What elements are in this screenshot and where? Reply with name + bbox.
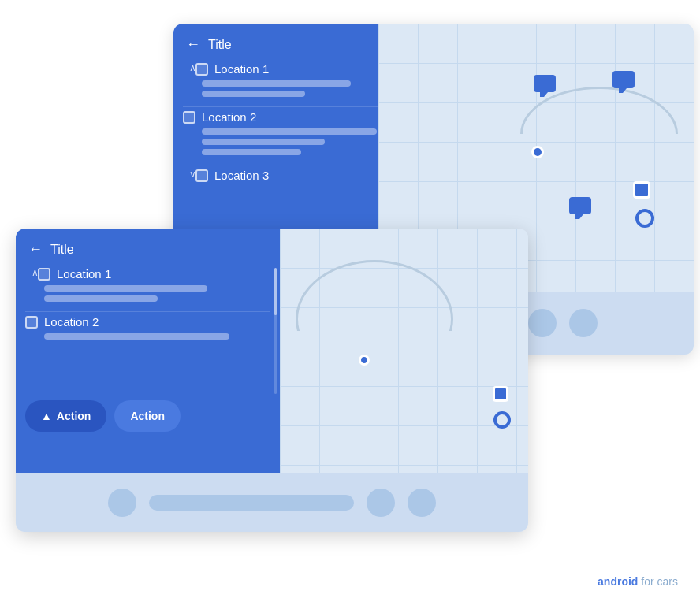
list-item[interactable]: ∨ Location 3 <box>183 169 400 182</box>
back-list-items: ∧ Location 1 Location 2 <box>173 62 410 182</box>
front-panel: ← Title ∧ Location 1 <box>16 229 528 532</box>
item-checkbox[interactable] <box>195 63 208 76</box>
front-list-items: ∧ Location 1 Location 2 <box>16 267 280 340</box>
back-arrow-icon[interactable]: ← <box>186 36 200 53</box>
back-panel-header: ← Title <box>173 24 410 62</box>
map-ring <box>635 209 654 228</box>
map-square <box>633 181 650 199</box>
bottom-circle <box>108 489 136 517</box>
action-button-secondary[interactable]: Action <box>114 400 181 432</box>
item-bars <box>25 333 270 340</box>
bottom-circle <box>569 309 598 337</box>
collapse-icon[interactable]: ∧ <box>189 62 196 73</box>
scroll-thumb <box>274 268 277 315</box>
bar <box>44 285 207 292</box>
collapse-icon[interactable]: ∨ <box>189 169 196 180</box>
item-title: Location 1 <box>57 267 111 281</box>
item-checkbox[interactable] <box>25 316 38 329</box>
branding: android for cars <box>598 575 678 588</box>
map-ring <box>493 411 511 429</box>
action-button-primary[interactable]: ▲ Action <box>25 400 106 432</box>
scroll-track <box>274 268 277 394</box>
road-curve <box>296 260 453 378</box>
map-dot <box>359 355 370 366</box>
item-title: Location 2 <box>44 315 99 329</box>
front-panel-map <box>280 229 528 473</box>
list-divider <box>183 165 400 165</box>
bar <box>44 333 229 340</box>
map-pin-message <box>534 75 556 92</box>
map-dot <box>531 146 544 158</box>
item-title: Location 2 <box>202 110 256 124</box>
bar <box>202 128 377 135</box>
front-panel-list: ← Title ∧ Location 1 <box>16 229 280 473</box>
item-bars <box>183 128 400 155</box>
branding-rest: for cars <box>638 575 678 588</box>
bar <box>44 295 158 302</box>
collapse-icon[interactable]: ∧ <box>32 267 39 278</box>
item-title: Location 1 <box>214 62 269 76</box>
back-arrow-icon[interactable]: ← <box>28 241 43 258</box>
list-divider <box>25 311 270 312</box>
item-bars <box>183 80 400 97</box>
item-bars <box>25 285 270 302</box>
bar <box>202 139 325 145</box>
map-pin-message <box>612 71 635 88</box>
front-panel-header: ← Title <box>16 229 280 267</box>
bottom-circle <box>408 489 436 517</box>
list-divider <box>183 106 400 107</box>
bottom-search-bar[interactable] <box>149 495 354 511</box>
list-item[interactable]: Location 2 <box>25 315 270 340</box>
bar <box>202 91 305 97</box>
branding-bold: android <box>598 575 638 588</box>
front-panel-bottom-bar <box>16 473 528 532</box>
list-item[interactable]: ∧ Location 1 <box>183 62 400 97</box>
item-checkbox[interactable] <box>195 169 208 182</box>
action-button-primary-label: Action <box>57 410 91 422</box>
bar <box>202 149 301 155</box>
list-item[interactable]: ∧ Location 1 <box>25 267 270 302</box>
front-panel-title: Title <box>50 243 74 257</box>
action-button-secondary-label: Action <box>130 410 165 422</box>
item-title: Location 3 <box>214 169 269 182</box>
bottom-circle <box>367 489 395 517</box>
list-item[interactable]: Location 2 <box>183 110 400 155</box>
action-buttons: ▲ Action Action <box>25 400 181 432</box>
road-curve <box>520 87 678 181</box>
bottom-circle <box>528 309 557 337</box>
bar <box>202 80 351 87</box>
item-checkbox[interactable] <box>183 111 195 124</box>
back-panel-title: Title <box>208 38 232 52</box>
map-square <box>493 386 508 402</box>
item-checkbox[interactable] <box>38 268 50 281</box>
map-pin-message <box>569 197 591 214</box>
action-nav-icon: ▲ <box>41 410 52 422</box>
